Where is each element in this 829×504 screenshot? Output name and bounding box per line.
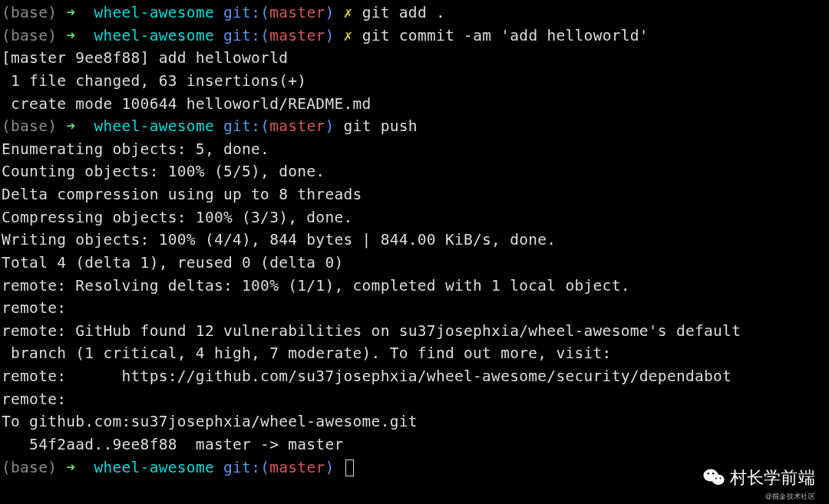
command-text: git push — [344, 117, 418, 135]
svg-point-3 — [712, 473, 714, 475]
output-line: remote: — [2, 388, 827, 411]
output-line: [master 9ee8f88] add helloworld — [2, 47, 827, 70]
dirty-icon: ✗ — [344, 27, 353, 44]
git-close: ) — [325, 459, 334, 476]
prompt-line-3[interactable]: (base) ➜ wheel-awesome git:(master) git … — [2, 115, 827, 138]
git-label: git:( — [223, 459, 269, 476]
prompt-line-1[interactable]: (base) ➜ wheel-awesome git:(master) ✗ gi… — [2, 2, 827, 25]
svg-point-1 — [712, 475, 724, 486]
conda-env: (base) — [2, 459, 57, 476]
current-dir: wheel-awesome — [94, 27, 214, 44]
current-dir: wheel-awesome — [94, 4, 214, 21]
output-line: Total 4 (delta 1), reused 0 (delta 0) — [2, 252, 827, 275]
git-branch: master — [269, 4, 325, 21]
watermark: 村长学前端 — [702, 465, 816, 490]
git-close: ) — [325, 27, 334, 44]
git-label: git:( — [223, 27, 269, 44]
output-line: remote: GitHub found 12 vulnerabilities … — [2, 320, 827, 343]
output-line: Writing objects: 100% (4/4), 844 bytes |… — [2, 229, 827, 252]
output-line: remote: — [2, 297, 827, 320]
prompt-line-2[interactable]: (base) ➜ wheel-awesome git:(master) ✗ gi… — [2, 25, 827, 48]
output-line: Counting objects: 100% (5/5), done. — [2, 160, 827, 183]
output-line: To github.com:su37josephxia/wheel-awesom… — [2, 410, 827, 433]
git-close: ) — [325, 117, 334, 135]
output-line: remote: Resolving deltas: 100% (1/1), co… — [2, 275, 827, 298]
watermark-text: 村长学前端 — [730, 465, 816, 490]
current-dir: wheel-awesome — [94, 459, 214, 476]
output-line: branch (1 critical, 4 high, 7 moderate).… — [2, 342, 827, 365]
git-branch: master — [269, 117, 325, 135]
output-line: create mode 100644 helloworld/README.md — [2, 93, 827, 116]
terminal-output: (base) ➜ wheel-awesome git:(master) ✗ gi… — [2, 2, 827, 479]
conda-env: (base) — [2, 117, 57, 135]
svg-point-5 — [719, 478, 721, 479]
git-close: ) — [325, 4, 334, 21]
git-label: git:( — [223, 117, 269, 135]
prompt-arrow-icon: ➜ — [66, 117, 84, 135]
prompt-arrow-icon: ➜ — [66, 27, 84, 44]
svg-point-4 — [715, 478, 716, 479]
output-line: Enumerating objects: 5, done. — [2, 138, 827, 161]
output-line: Delta compression using up to 8 threads — [2, 183, 827, 206]
conda-env: (base) — [2, 4, 57, 21]
prompt-arrow-icon: ➜ — [66, 459, 84, 476]
output-line: 54f2aad..9ee8f88 master -> master — [2, 433, 827, 456]
conda-env: (base) — [2, 27, 57, 44]
output-line: remote: https://github.com/su37josephxia… — [2, 365, 827, 388]
output-line: Compressing objects: 100% (3/3), done. — [2, 206, 827, 229]
cursor-icon — [345, 460, 354, 476]
dirty-icon: ✗ — [344, 4, 353, 21]
command-text: git commit -am 'add helloworld' — [362, 27, 649, 44]
wechat-icon — [702, 468, 725, 486]
current-dir: wheel-awesome — [94, 117, 214, 135]
git-branch: master — [269, 27, 325, 44]
output-line: 1 file changed, 63 insertions(+) — [2, 70, 827, 93]
git-label: git:( — [223, 4, 269, 21]
svg-point-2 — [707, 473, 709, 475]
watermark-subtext: @掘金技术社区 — [765, 492, 815, 502]
git-branch: master — [269, 459, 325, 476]
command-text: git add . — [362, 4, 445, 21]
prompt-arrow-icon: ➜ — [66, 4, 84, 21]
